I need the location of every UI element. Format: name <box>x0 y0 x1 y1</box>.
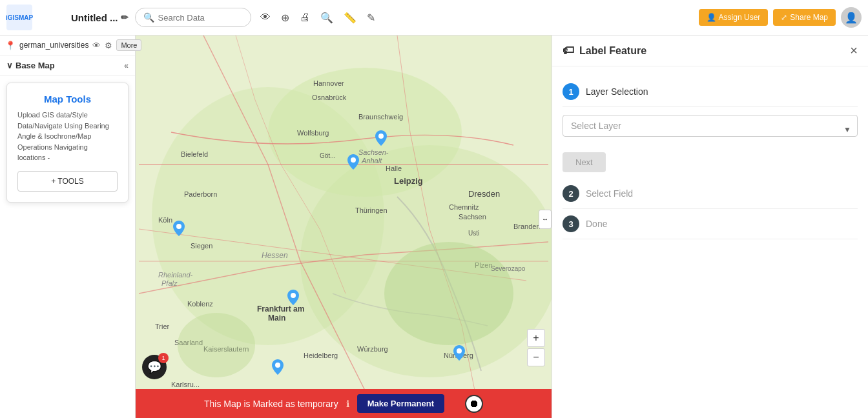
svg-text:Köln: Köln <box>158 216 172 224</box>
zoom-in-button[interactable]: + <box>527 329 545 347</box>
header-right: 👤 Assign User ⤢ Share Map 👤 <box>699 7 862 28</box>
svg-point-46 <box>291 293 296 298</box>
logo-area: iGISMAP <box>6 5 65 30</box>
map-area[interactable]: Wolfsburg Braunschweig Paderborn Leipzig… <box>136 35 552 418</box>
svg-text:Chemnitz: Chemnitz <box>449 203 479 211</box>
svg-text:Hannover: Hannover <box>313 79 344 87</box>
svg-text:Pfalz: Pfalz <box>161 279 178 287</box>
left-sidebar: 📍 german_universities 👁 ⚙ More ∨ Base Ma… <box>0 35 136 418</box>
zoom-out-button[interactable]: − <box>527 348 545 366</box>
base-map-header: ∨ Base Map « <box>0 55 135 76</box>
svg-point-45 <box>176 224 181 229</box>
toolbar-icons: 👁 ⊕ 🖨 🔍 📏 ✎ <box>258 9 692 26</box>
svg-text:Main: Main <box>268 314 285 323</box>
close-panel-button[interactable]: × <box>850 43 858 58</box>
eye-icon[interactable]: 👁 <box>258 9 273 26</box>
svg-point-47 <box>275 363 280 368</box>
print-icon[interactable]: 🖨 <box>297 9 313 26</box>
panel-title: 🏷 Label Feature <box>563 44 646 57</box>
eye-layer-icon[interactable]: 👁 <box>92 41 101 50</box>
svg-text:Thüringen: Thüringen <box>355 206 388 214</box>
step-2-label: Select Field <box>586 188 633 199</box>
svg-text:Trier: Trier <box>155 323 170 330</box>
top-bar: iGISMAP Untitled ... ✏ 🔍 👁 ⊕ 🖨 🔍 📏 ✎ 👤 A… <box>0 0 868 35</box>
more-button[interactable]: More <box>116 39 141 51</box>
banner-text: This Map is Marked as temporary <box>204 399 338 409</box>
logo-icon: iGISMAP <box>6 5 32 30</box>
base-map-text: Base Map <box>16 61 55 70</box>
svg-point-32 <box>384 242 513 345</box>
assign-btn-label: Assign User <box>719 13 761 22</box>
next-button[interactable]: Next <box>563 152 606 172</box>
step-3-label: Done <box>586 219 607 229</box>
map-pin-5[interactable] <box>272 359 284 377</box>
location-icon: 📍 <box>5 41 16 50</box>
chat-badge: 1 <box>158 353 169 363</box>
svg-text:Wolfsburg: Wolfsburg <box>297 129 329 137</box>
map-tools-popup: Map Tools Upload GIS data/Style Data/Nav… <box>6 83 129 203</box>
step-1-label: Layer Selection <box>586 86 648 97</box>
step-1-row: 1 Layer Selection <box>563 77 858 107</box>
svg-text:Rheinland-: Rheinland- <box>158 271 193 279</box>
panel-body: 1 Layer Selection Select Layer ▼ Next 2 … <box>552 66 868 418</box>
assign-icon: 👤 <box>707 13 716 22</box>
chat-bubble[interactable]: 💬 1 <box>142 355 167 379</box>
select-layer-dropdown[interactable]: Select Layer <box>563 115 858 137</box>
layer-name: german_universities <box>19 41 88 50</box>
svg-text:Osnabrück: Osnabrück <box>312 94 347 101</box>
record-button[interactable]: ⏺ <box>465 395 483 413</box>
share-map-button[interactable]: ⤢ Share Map <box>773 9 836 26</box>
svg-text:Halle: Halle <box>386 164 402 172</box>
panel-header: 🏷 Label Feature × <box>552 35 868 66</box>
map-tools-desc: Upload GIS data/Style Data/Navigate Usin… <box>17 110 118 163</box>
step-3-circle: 3 <box>563 215 579 232</box>
svg-text:Hessen: Hessen <box>262 251 288 260</box>
map-svg: Wolfsburg Braunschweig Paderborn Leipzig… <box>136 35 552 418</box>
map-tools-title: Map Tools <box>17 94 118 104</box>
step-3-row: 3 Done <box>563 209 858 239</box>
chevron-down-icon[interactable]: ∨ <box>6 61 13 70</box>
map-pin-3[interactable] <box>173 221 185 239</box>
base-map-label: ∨ Base Map <box>6 61 55 70</box>
svg-text:Bielefeld: Bielefeld <box>181 150 208 158</box>
collapse-icon[interactable]: « <box>124 61 129 70</box>
label-feature-icon: 🏷 <box>563 44 574 57</box>
svg-text:Paderborn: Paderborn <box>184 190 217 198</box>
share-icon: ⤢ <box>781 13 787 22</box>
map-pin-2[interactable] <box>347 154 359 172</box>
map-pin-1[interactable] <box>375 130 387 148</box>
svg-text:Leipzig: Leipzig <box>394 176 423 186</box>
svg-text:Usti: Usti <box>468 230 479 237</box>
settings-layer-icon[interactable]: ⚙ <box>105 41 112 50</box>
svg-text:Siegen: Siegen <box>191 242 212 250</box>
svg-text:Sachsen: Sachsen <box>459 213 486 221</box>
svg-text:Göt...: Göt... <box>320 152 335 159</box>
map-background: Wolfsburg Braunschweig Paderborn Leipzig… <box>136 35 552 418</box>
right-panel: 🏷 Label Feature × 1 Layer Selection Sele… <box>552 35 868 418</box>
measure-icon[interactable]: 📏 <box>341 9 359 26</box>
draw-icon[interactable]: ✎ <box>364 9 378 26</box>
info-icon[interactable]: ℹ <box>346 399 349 409</box>
title-text: Untitled ... <box>71 12 118 23</box>
step-1-circle: 1 <box>563 83 579 100</box>
edit-icon[interactable]: ✏ <box>121 12 129 23</box>
user-avatar[interactable]: 👤 <box>841 7 862 28</box>
app-title: Untitled ... ✏ <box>71 12 129 23</box>
step-2-row: 2 Select Field <box>563 179 858 209</box>
crosshair-icon[interactable]: ⊕ <box>278 9 292 26</box>
step-2-circle: 2 <box>563 185 579 202</box>
panel-title-text: Label Feature <box>579 45 646 57</box>
map-pin-4[interactable] <box>287 290 299 308</box>
assign-user-button[interactable]: 👤 Assign User <box>699 9 769 26</box>
zoom-icon[interactable]: 🔍 <box>318 9 336 26</box>
svg-point-33 <box>178 313 255 377</box>
svg-text:Sachsen-: Sachsen- <box>358 148 389 156</box>
search-input[interactable] <box>158 13 236 23</box>
zoom-controls: + − <box>527 329 545 366</box>
resize-handle[interactable]: ↔ <box>539 210 552 229</box>
make-permanent-button[interactable]: Make Permanent <box>357 394 444 413</box>
svg-text:Dresden: Dresden <box>468 189 500 199</box>
tools-button[interactable]: + TOOLS <box>17 171 118 192</box>
map-pin-6[interactable] <box>453 345 465 363</box>
svg-point-48 <box>457 348 462 353</box>
